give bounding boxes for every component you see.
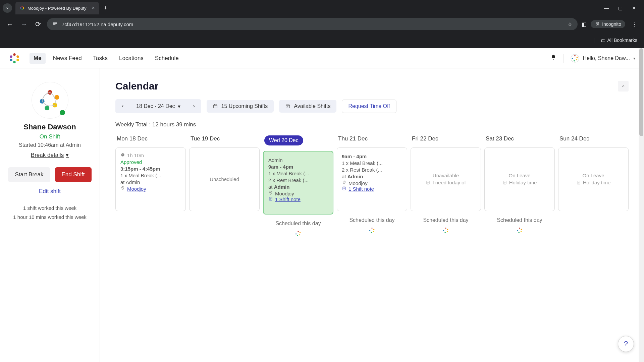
svg-point-2	[23, 8, 24, 9]
calendar-title: Calendar	[115, 80, 158, 92]
browser-menu-button[interactable]: ⋮	[629, 19, 639, 29]
collapse-button[interactable]	[618, 81, 629, 92]
user-greeting: Hello, Shane Daw...	[583, 55, 630, 61]
location-row: Moodjoy	[342, 180, 402, 186]
nav-item-me[interactable]: Me	[30, 53, 46, 64]
nav-item-tasks[interactable]: Tasks	[89, 53, 112, 64]
svg-point-3	[22, 9, 23, 10]
vertical-scrollbar[interactable]	[639, 48, 644, 362]
start-break-button[interactable]: Start Break	[8, 167, 50, 182]
svg-point-33	[296, 233, 297, 234]
day-column: Sat 23 DecOn LeaveHoliday timeScheduled …	[484, 135, 555, 237]
shift-card[interactable]: On LeaveHoliday time	[558, 147, 629, 211]
svg-point-29	[298, 231, 299, 232]
day-column: Fri 22 DecUnavailableI need today ofSche…	[411, 135, 481, 237]
site-info-icon[interactable]	[52, 21, 58, 27]
svg-point-36	[371, 228, 372, 229]
app-logo[interactable]	[9, 53, 20, 64]
location-link[interactable]: Moodjoy	[127, 186, 146, 192]
note-icon	[268, 196, 273, 202]
browser-tab[interactable]: Moodjoy - Powered By Deputy ×	[15, 2, 99, 14]
notifications-button[interactable]	[550, 54, 557, 62]
scrollbar-thumb[interactable]	[639, 48, 643, 136]
stat-shifts-worked: 1 shift worked this week	[8, 203, 92, 213]
svg-point-32	[297, 235, 298, 236]
shift-card[interactable]: Admin9am - 4pm1 x Meal Break (...2 x Res…	[263, 151, 333, 215]
chevron-right-icon	[192, 104, 196, 109]
svg-point-7	[16, 55, 19, 58]
back-button[interactable]: ←	[5, 19, 15, 29]
chevron-up-icon	[621, 84, 626, 88]
day-label: Mon 18 Dec	[115, 135, 186, 142]
next-week-button[interactable]	[186, 99, 201, 113]
svg-point-5	[20, 7, 21, 8]
shift-at: at Admin	[120, 179, 181, 185]
browser-chrome: Moodjoy - Powered By Deputy × + — ▢ ✕ ← …	[0, 0, 644, 48]
svg-point-31	[299, 234, 300, 235]
shift-time: 9am - 4pm	[342, 154, 402, 159]
scheduled-this-day-label: Scheduled this day	[411, 217, 481, 223]
forward-button[interactable]: →	[19, 19, 29, 29]
svg-point-15	[576, 59, 578, 60]
calendar-icon	[213, 104, 218, 109]
bookmark-star-icon[interactable]: ☆	[568, 21, 572, 27]
available-shifts-button[interactable]: Available Shifts	[279, 100, 336, 113]
nav-item-news-feed[interactable]: News Feed	[49, 53, 86, 64]
minimize-button[interactable]: —	[604, 5, 609, 11]
shift-note-row[interactable]: 1 Shift note	[342, 186, 402, 192]
break-details-link[interactable]: Break details ▾	[31, 152, 69, 159]
unscheduled-label: Unscheduled	[210, 176, 239, 182]
tab-bar: Moodjoy - Powered By Deputy × + — ▢ ✕	[0, 0, 644, 16]
status-label: On Leave	[508, 173, 530, 178]
profile-avatar[interactable]	[32, 82, 68, 119]
shift-card[interactable]: On LeaveHoliday time	[484, 147, 555, 211]
svg-point-39	[371, 232, 372, 233]
meal-break: 1 x Meal Break (...	[268, 171, 328, 176]
shift-card[interactable]: UnavailableI need today of	[411, 147, 481, 211]
scheduled-avatar[interactable]	[442, 227, 449, 234]
nav-item-locations[interactable]: Locations	[115, 53, 148, 64]
shift-title: Admin	[268, 157, 328, 163]
tab-search-button[interactable]	[3, 3, 12, 13]
nav-item-schedule[interactable]: Schedule	[151, 53, 183, 64]
status-note: Holiday time	[502, 180, 537, 185]
shift-card[interactable]: 1h 10mApproved3:15pm - 4:45pm1 x Meal Br…	[115, 147, 186, 211]
edit-shift-link[interactable]: Edit shift	[8, 188, 92, 195]
prev-week-button[interactable]	[115, 99, 130, 113]
maximize-button[interactable]: ▢	[618, 5, 623, 11]
svg-point-9	[13, 61, 15, 63]
tab-close-button[interactable]: ×	[92, 5, 95, 11]
request-time-off-button[interactable]: Request Time Off	[342, 100, 396, 113]
url-bar[interactable]: 7cf47d19112152.na.deputy.com ☆	[47, 18, 578, 30]
scheduled-avatar[interactable]	[368, 227, 376, 234]
reload-button[interactable]: ⟳	[33, 19, 43, 29]
calendar-controls: 18 Dec - 24 Dec ▾ 15 Upcoming Shifts Ava…	[115, 99, 629, 113]
panel-icon[interactable]: ◧	[582, 21, 587, 27]
close-window-button[interactable]: ✕	[632, 5, 636, 11]
shift-note-row[interactable]: 1 Shift note	[268, 196, 328, 202]
all-bookmarks-button[interactable]: 🗀 All Bookmarks	[601, 38, 637, 43]
svg-point-26	[122, 187, 123, 188]
end-shift-button[interactable]: End Shift	[55, 167, 92, 182]
location-icon	[342, 180, 346, 186]
new-tab-button[interactable]: +	[104, 5, 107, 12]
shift-card[interactable]: Unscheduled	[189, 147, 260, 211]
svg-point-6	[13, 53, 15, 55]
shift-card[interactable]: 9am - 4pm1 x Meal Break (...2 x Rest Bre…	[337, 147, 407, 211]
week-range-dropdown[interactable]: 18 Dec - 24 Dec ▾	[130, 103, 186, 110]
window-controls: — ▢ ✕	[604, 5, 641, 11]
svg-point-52	[517, 230, 518, 231]
help-button[interactable]: ?	[618, 336, 634, 352]
status-label: On Leave	[582, 173, 604, 178]
user-menu[interactable]: Hello, Shane Daw... ▾	[564, 54, 635, 63]
tab-title: Moodjoy - Powered By Deputy	[28, 6, 87, 11]
incognito-indicator[interactable]: Incognito	[591, 20, 625, 28]
svg-point-40	[369, 230, 370, 231]
days-grid: Mon 18 Dec1h 10mApproved3:15pm - 4:45pm1…	[115, 135, 629, 237]
status-dot-icon	[59, 109, 66, 116]
scheduled-avatar[interactable]	[516, 227, 523, 234]
profile-status: On Shift	[8, 133, 92, 140]
upcoming-shifts-button[interactable]: 15 Upcoming Shifts	[207, 100, 274, 113]
note-icon	[342, 186, 346, 192]
scheduled-avatar[interactable]	[294, 230, 302, 237]
